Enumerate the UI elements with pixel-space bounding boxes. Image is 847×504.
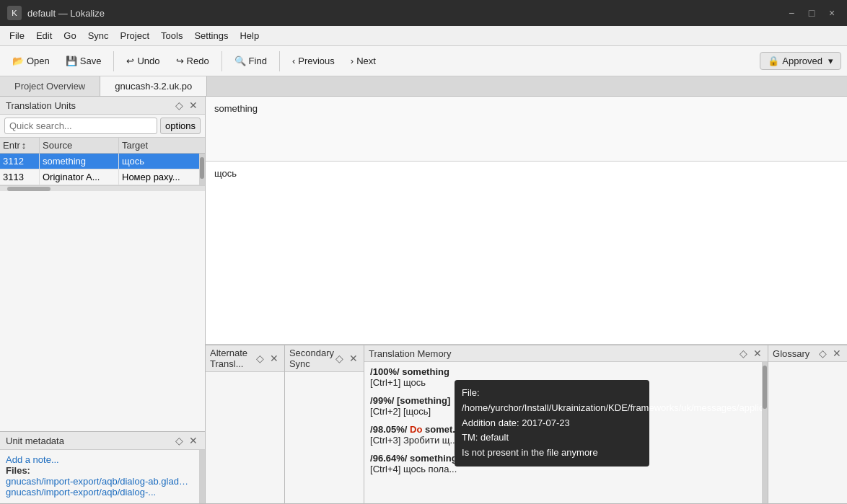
tabbar: Project Overview gnucash-3.2.uk.po [0, 76, 847, 97]
find-icon: 🔍 [234, 56, 246, 66]
menu-settings[interactable]: Settings [188, 28, 234, 43]
unit-metadata-title: Unit metadata [6, 436, 64, 446]
open-label: Open [27, 56, 50, 66]
tm-close-icon[interactable]: ✕ [752, 348, 763, 359]
table-scrollbar[interactable] [199, 154, 205, 185]
table-hscroll[interactable] [0, 185, 205, 191]
redo-button[interactable]: ↪ Redo [170, 52, 216, 70]
chevron-down-icon: ▾ [828, 56, 833, 66]
source-text-area: something [206, 97, 847, 162]
tab-gnucash[interactable]: gnucash-3.2.uk.po [100, 76, 207, 96]
translation-text-area[interactable]: щось [206, 162, 847, 345]
metadata-content: Add a note... Files: gnucash/import-expo… [0, 450, 199, 503]
secondary-sync-panel: Secondary Sync ◇ ✕ [285, 345, 364, 503]
source-text: something [214, 103, 258, 114]
translation-units-pin-icon[interactable]: ◇ [174, 100, 185, 111]
toolbar: 📂 Open 💾 Save ↩ Undo ↪ Redo 🔍 Find ‹ Pre… [0, 46, 847, 76]
menu-file[interactable]: File [4, 28, 30, 43]
next-button[interactable]: › Next [344, 52, 382, 70]
files-label: Files: [6, 465, 30, 476]
close-button[interactable]: × [824, 5, 840, 21]
translation-memory-panel: Translation Memory ◇ ✕ /100%/ something … [364, 345, 768, 503]
file-link-2[interactable]: gnucash/import-export/aqb/dialog-... [6, 487, 193, 498]
redo-label: Redo [187, 56, 209, 66]
secondary-sync-title: Secondary Sync [289, 348, 334, 369]
save-label: Save [80, 56, 102, 66]
glossary-title: Glossary [773, 348, 809, 359]
tab-project-overview[interactable]: Project Overview [0, 76, 100, 96]
app-icon: K [7, 6, 22, 20]
menu-tools[interactable]: Tools [155, 28, 188, 43]
tm-scroll-thumb [763, 366, 767, 409]
glossary-content [768, 362, 847, 503]
glossary-panel: Glossary ◇ ✕ [768, 345, 847, 503]
open-icon: 📂 [12, 56, 24, 66]
alternate-transl-panel: Alternate Transl... ◇ ✕ [206, 345, 285, 503]
toolbar-sep-1 [113, 51, 114, 71]
cell-source: something [40, 154, 119, 169]
table-header: Entr ↕ Source Target [0, 138, 205, 154]
alternate-transl-content [206, 372, 284, 503]
undo-button[interactable]: ↩ Undo [120, 52, 166, 70]
glossary-pin-icon[interactable]: ◇ [817, 348, 828, 359]
sync-close-icon[interactable]: ✕ [348, 353, 359, 364]
unit-metadata-header: Unit metadata ◇ ✕ [0, 432, 205, 450]
translation-memory-header: Translation Memory ◇ ✕ [364, 345, 768, 362]
menu-help[interactable]: Help [234, 28, 265, 43]
approved-label: Approved [782, 56, 822, 66]
translation-units-close-icon[interactable]: ✕ [188, 100, 199, 111]
previous-icon: ‹ [292, 56, 295, 66]
menu-edit[interactable]: Edit [30, 28, 58, 43]
translation-memory-title: Translation Memory [369, 348, 451, 359]
tooltip-note: Is not present in the file anymore [462, 446, 642, 461]
save-button[interactable]: 💾 Save [59, 52, 108, 70]
table-scroll-thumb [200, 157, 204, 179]
tm-match-1: /100%/ something [370, 366, 756, 377]
table-body: 3112 something щось 3113 Originator A...… [0, 154, 205, 185]
save-icon: 💾 [66, 56, 77, 66]
titlebar: K default — Lokalize − □ × [0, 0, 847, 26]
tooltip-file: File: /home/yurchor/Install/Ukrainizatio… [462, 386, 642, 416]
options-button[interactable]: options [160, 118, 201, 134]
search-input[interactable] [4, 118, 157, 134]
maximize-button[interactable]: □ [804, 5, 820, 21]
tooltip-tm: TM: default [462, 430, 642, 446]
menu-sync[interactable]: Sync [82, 28, 115, 43]
add-note-link[interactable]: Add a note... [6, 454, 193, 465]
find-button[interactable]: 🔍 Find [228, 52, 273, 70]
col-target: Target [119, 138, 205, 153]
table-row[interactable]: 3112 something щось [0, 154, 199, 169]
previous-button[interactable]: ‹ Previous [286, 52, 341, 70]
titlebar-title: default — Lokalize [27, 8, 105, 19]
table-row[interactable]: 3113 Originator A... Номер раху... [0, 169, 199, 185]
file-link-1[interactable]: gnucash/import-export/aqb/dialog-ab.glad… [6, 476, 193, 487]
alt-close-icon[interactable]: ✕ [268, 353, 280, 364]
menubar: File Edit Go Sync Project Tools Settings… [0, 26, 847, 46]
unit-metadata-close-icon[interactable]: ✕ [188, 435, 199, 446]
open-button[interactable]: 📂 Open [6, 52, 56, 70]
titlebar-left: K default — Lokalize [7, 6, 105, 20]
tm-tooltip: File: /home/yurchor/Install/Ukrainizatio… [455, 380, 649, 467]
titlebar-controls[interactable]: − □ × [784, 5, 840, 21]
alt-pin-icon[interactable]: ◇ [255, 353, 265, 364]
table-hscroll-thumb [7, 187, 51, 191]
menu-go[interactable]: Go [58, 28, 82, 43]
tm-scrollbar[interactable] [762, 362, 768, 503]
approved-button[interactable]: 🔒 Approved ▾ [760, 52, 841, 70]
find-label: Find [249, 56, 267, 66]
left-panel: Translation Units ◇ ✕ options Entr ↕ Sou… [0, 97, 206, 503]
toolbar-sep-3 [279, 51, 280, 71]
sync-pin-icon[interactable]: ◇ [334, 353, 345, 364]
unit-metadata-pin-icon[interactable]: ◇ [174, 435, 185, 446]
tooltip-date: Addition date: 2017-07-23 [462, 416, 642, 431]
minimize-button[interactable]: − [784, 5, 799, 21]
redo-icon: ↪ [176, 56, 184, 66]
cell-entry: 3112 [0, 154, 40, 169]
tm-pin-icon[interactable]: ◇ [738, 348, 749, 359]
metadata-scrollbar[interactable] [199, 450, 205, 503]
unit-metadata-section: Unit metadata ◇ ✕ Add a note... Files: g… [0, 431, 205, 503]
glossary-close-icon[interactable]: ✕ [831, 348, 843, 359]
translation-units-icons: ◇ ✕ [174, 100, 199, 111]
main-content: Translation Units ◇ ✕ options Entr ↕ Sou… [0, 97, 847, 503]
menu-project[interactable]: Project [115, 28, 155, 43]
